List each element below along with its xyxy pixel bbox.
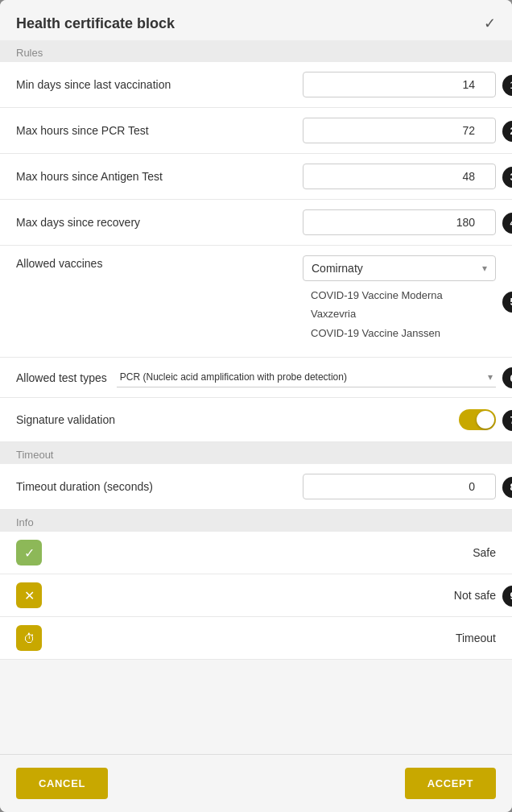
max-days-recovery-label: Max days since recovery — [16, 216, 303, 229]
info-section-label: Info — [0, 510, 512, 532]
min-days-input[interactable] — [303, 72, 496, 97]
timeout-icon: ⏱ — [16, 625, 42, 651]
x-icon: ✕ — [24, 588, 35, 603]
notsafe-info-row: ✕ Not safe — [0, 574, 512, 617]
timeout-label: Timeout — [456, 632, 496, 644]
dialog-header: Health certificate block ✓ — [0, 0, 512, 40]
info-timeout-row: ⏱ Timeout — [0, 617, 512, 660]
checkmark-icon: ✓ — [24, 545, 35, 561]
info-safe-row: ✓ Safe — [0, 532, 512, 574]
timeout-duration-label: Timeout duration (seconds) — [16, 480, 303, 493]
notsafe-icon: ✕ — [16, 582, 42, 608]
vaccine-item-2: Vaxzevria — [311, 304, 488, 323]
allowed-vaccines-row: Allowed vaccines Comirnaty ▾ COVID-19 Va… — [0, 246, 512, 358]
clock-icon: ⏱ — [23, 632, 35, 645]
safe-icon: ✓ — [16, 540, 42, 566]
vaccines-items-list: COVID-19 Vaccine Moderna Vaxzevria COVID… — [303, 281, 496, 347]
max-hours-pcr-field-row: Max hours since PCR Test — [0, 108, 512, 154]
max-days-recovery-row: Max days since recovery 4 — [0, 200, 512, 246]
timeout-section-label: Timeout — [0, 442, 512, 464]
check-icon: ✓ — [484, 14, 496, 32]
vaccine-item-1: COVID-19 Vaccine Moderna — [311, 286, 488, 304]
signature-validation-field-row: Signature validation — [0, 398, 512, 442]
allowed-vaccines-label: Allowed vaccines — [16, 255, 102, 270]
max-days-recovery-field-row: Max days since recovery — [0, 200, 512, 246]
test-types-field-row: Allowed test types PCR (Nucleic acid amp… — [0, 358, 512, 398]
chevron-down-icon: ▾ — [482, 263, 487, 274]
notsafe-label: Not safe — [454, 589, 496, 602]
timeout-duration-field-row: Timeout duration (seconds) — [0, 464, 512, 510]
cancel-button[interactable]: CANCEL — [16, 768, 108, 799]
health-certificate-dialog: Health certificate block ✓ Rules Min day… — [0, 0, 512, 812]
max-hours-pcr-label: Max hours since PCR Test — [16, 124, 303, 137]
timeout-duration-row: Timeout duration (seconds) 8 — [0, 464, 512, 510]
chevron-down-icon-test: ▾ — [488, 371, 493, 383]
max-hours-antigen-input[interactable] — [303, 164, 496, 189]
signature-validation-row: Signature validation 7 — [0, 398, 512, 442]
test-type-value: PCR (Nucleic acid amplification with pro… — [120, 371, 347, 383]
min-days-label: Min days since last vaccination — [16, 78, 303, 91]
test-types-dropdown[interactable]: PCR (Nucleic acid amplification with pro… — [117, 367, 496, 387]
vaccine-item-3: COVID-19 Vaccine Janssen — [311, 324, 488, 342]
timeout-info-row: ⏱ Timeout — [0, 617, 512, 660]
min-days-row: Min days since last vaccination 1 — [0, 62, 512, 108]
max-hours-pcr-input[interactable] — [303, 118, 496, 143]
spacer — [0, 660, 512, 724]
content-area: Rules Min days since last vaccination 1 … — [0, 40, 512, 754]
vaccines-list[interactable]: Comirnaty ▾ COVID-19 Vaccine Moderna Vax… — [303, 255, 496, 347]
max-hours-antigen-label: Max hours since Antigen Test — [16, 170, 303, 183]
max-hours-pcr-row: Max hours since PCR Test 2 — [0, 108, 512, 154]
max-days-recovery-input[interactable] — [303, 209, 496, 235]
toggle-knob — [477, 411, 494, 429]
signature-validation-toggle[interactable] — [459, 409, 496, 430]
rules-section-label: Rules — [0, 40, 512, 62]
footer: CANCEL ACCEPT — [0, 754, 512, 812]
info-notsafe-row: ✕ Not safe 9 — [0, 574, 512, 617]
vaccines-dropdown-header[interactable]: Comirnaty ▾ — [303, 255, 496, 281]
max-hours-antigen-field-row: Max hours since Antigen Test — [0, 154, 512, 200]
vaccines-field-row: Allowed vaccines Comirnaty ▾ COVID-19 Va… — [0, 246, 512, 358]
accept-button[interactable]: ACCEPT — [405, 768, 496, 799]
test-types-label: Allowed test types — [16, 371, 107, 384]
max-hours-antigen-row: Max hours since Antigen Test 3 — [0, 154, 512, 200]
safe-label: Safe — [473, 546, 496, 559]
test-types-row: Allowed test types PCR (Nucleic acid amp… — [0, 358, 512, 398]
min-days-field-row: Min days since last vaccination — [0, 62, 512, 108]
signature-validation-label: Signature validation — [16, 413, 115, 426]
safe-info-row: ✓ Safe — [0, 532, 512, 574]
vaccines-first-item: Comirnaty — [312, 262, 363, 275]
dialog-title: Health certificate block — [16, 15, 175, 32]
timeout-duration-input[interactable] — [303, 474, 496, 499]
